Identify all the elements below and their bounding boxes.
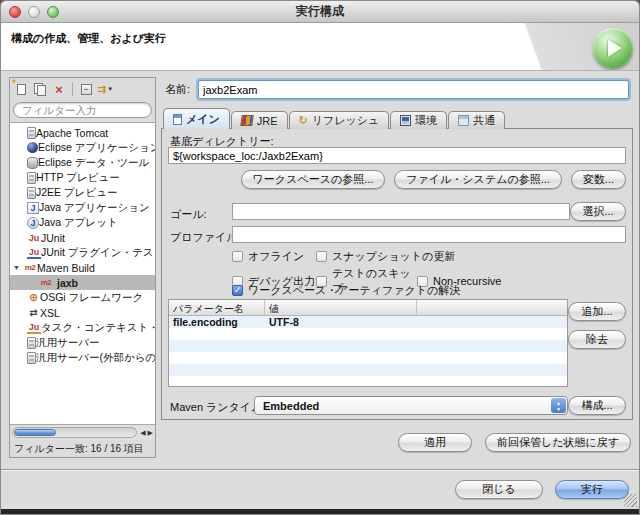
select-goals-button[interactable]: 選択... [570, 202, 626, 221]
tree-item-xsl[interactable]: ⇄XSL [10, 305, 155, 320]
delete-configuration-button[interactable]: × [51, 81, 67, 97]
tab-common[interactable]: 共通 [448, 111, 505, 129]
run-configurations-dialog: 実行構成 構成の作成、管理、および実行 * × − ⇉▼ Apache Tomc… [0, 0, 640, 515]
tree-item-junit-plugin-test[interactable]: JuJUnit プラグイン・テスト [10, 245, 155, 260]
table-row-empty[interactable] [169, 328, 567, 340]
filter-match-status: フィルター一致: 16 / 16 項目 [10, 440, 155, 457]
common-tab-icon [458, 115, 469, 126]
server-icon [27, 172, 36, 184]
maven-runtime-select[interactable]: Embedded ▲▼ [254, 396, 568, 415]
dropdown-caret-icon: ▼ [107, 86, 113, 92]
revert-button[interactable]: 前回保管した状態に戻す [485, 433, 631, 452]
configuration-editor: 名前: メイン JRE ↻リフレッシュ 環境 共通 基底ディレクトリー: ワーク… [161, 77, 633, 457]
tree-item-eclipse-data-tools[interactable]: Eclipse データ・ツール [10, 155, 155, 170]
java-applet-icon: J [27, 217, 39, 229]
new-configuration-button[interactable]: * [13, 81, 29, 97]
table-row-empty[interactable] [169, 340, 567, 352]
osgi-icon: ⊕ [27, 291, 40, 304]
table-row-empty[interactable] [169, 364, 567, 376]
filter-input[interactable] [13, 102, 152, 118]
server-icon [27, 127, 36, 139]
name-label: 名前: [165, 82, 190, 97]
junit-icon: Ju [27, 233, 41, 243]
close-window-button[interactable] [9, 6, 21, 18]
resize-grip[interactable] [624, 494, 637, 507]
add-parameter-button[interactable]: 追加... [568, 302, 626, 321]
tree-item-java-application[interactable]: JJava アプリケーション [10, 200, 155, 215]
tab-environment[interactable]: 環境 [390, 111, 447, 129]
tree-item-maven-build[interactable]: ▼m2Maven Build [10, 260, 155, 275]
maven-m2-icon: m2 [39, 278, 53, 287]
tree-item-generic-server-external[interactable]: 汎用サーバー(外部からの起動) [10, 350, 155, 365]
scroll-left-button[interactable]: ◀ [140, 429, 145, 437]
expanded-twisty-icon[interactable]: ▼ [13, 264, 23, 271]
column-value[interactable]: 値 [265, 300, 417, 315]
filter-menu-button[interactable]: ⇉▼ [97, 81, 113, 97]
offline-checkbox[interactable]: ✓オフライン [232, 249, 316, 264]
zoom-window-button[interactable] [47, 6, 59, 18]
window-bottom-edge [1, 509, 639, 514]
tree-item-apache-tomcat[interactable]: Apache Tomcat [10, 125, 155, 140]
tree-item-osgi-framework[interactable]: ⊕OSGi フレームワーク [10, 290, 155, 305]
configure-runtime-button[interactable]: 構成... [568, 396, 626, 415]
variables-button[interactable]: 変数... [571, 170, 626, 189]
name-input[interactable] [198, 80, 629, 99]
configurations-sidebar: * × − ⇉▼ Apache Tomcat Eclipse アプリケーション … [9, 77, 156, 458]
column-parameter-name[interactable]: パラメーター名 [169, 300, 265, 315]
tree-item-eclipse-application[interactable]: Eclipse アプリケーション [10, 140, 155, 155]
server-icon [27, 337, 36, 349]
goals-label: ゴール: [170, 207, 207, 222]
combo-stepper-icon[interactable]: ▲▼ [551, 398, 566, 413]
tree-item-java-applet[interactable]: JJava アプレット [10, 215, 155, 230]
maven-runtime-label: Maven ランタイム: [170, 400, 265, 415]
apply-button[interactable]: 適用 [398, 433, 472, 452]
profiles-input[interactable] [232, 226, 626, 243]
minimize-window-button[interactable] [28, 6, 40, 18]
database-icon [27, 157, 38, 169]
table-row-empty[interactable] [169, 352, 567, 364]
close-button[interactable]: 閉じる [455, 480, 543, 499]
refresh-tab-icon: ↻ [299, 115, 308, 126]
parameter-table[interactable]: パラメーター名 値 file.encoding UTF-8 [168, 299, 568, 387]
update-snapshots-checkbox[interactable]: ✓スナップショットの更新 [316, 249, 455, 264]
table-row[interactable]: file.encoding UTF-8 [169, 316, 567, 328]
task-context-icon: Ju [27, 322, 41, 334]
collapse-all-button[interactable]: − [78, 81, 94, 97]
scroll-right-button[interactable]: ▶ [148, 429, 153, 437]
tree-item-task-context-test[interactable]: Juタスク・コンテキスト・テスト [10, 320, 155, 335]
tab-jre[interactable]: JRE [231, 111, 288, 129]
tree-item-junit[interactable]: JuJUnit [10, 230, 155, 245]
server-icon [27, 352, 36, 364]
tree-item-generic-server[interactable]: 汎用サーバー [10, 335, 155, 350]
resolve-workspace-artifacts-checkbox[interactable]: ✓ワークスペース・アーティファクトの解決 [232, 283, 460, 298]
main-tab-icon [173, 114, 182, 125]
browse-filesystem-button[interactable]: ファイル・システムの参照... [394, 170, 562, 189]
tree-item-jaxb[interactable]: m2jaxb [10, 275, 155, 290]
parameter-table-header: パラメーター名 値 [169, 300, 567, 316]
duplicate-configuration-button[interactable] [32, 81, 48, 97]
browse-workspace-button[interactable]: ワークスペースの参照... [241, 170, 386, 189]
goals-input[interactable] [232, 203, 570, 220]
tree-item-j2ee-preview[interactable]: J2EE プレビュー [10, 185, 155, 200]
new-page-icon [17, 84, 26, 95]
footer-separator [1, 469, 639, 471]
run-banner-icon [593, 28, 633, 68]
tab-refresh[interactable]: ↻リフレッシュ [289, 111, 390, 129]
new-star-icon: * [12, 78, 16, 89]
dialog-subtitle: 構成の作成、管理、および実行 [11, 31, 166, 46]
java-application-icon: J [27, 202, 39, 214]
environment-tab-icon [400, 115, 411, 126]
toolbar-separator [72, 82, 73, 96]
run-button[interactable]: 実行 [555, 480, 629, 499]
configuration-tree: Apache Tomcat Eclipse アプリケーション Eclipse デ… [10, 122, 155, 425]
base-directory-input[interactable] [168, 147, 626, 164]
tab-main[interactable]: メイン [163, 108, 230, 129]
tree-item-http-preview[interactable]: HTTP プレビュー [10, 170, 155, 185]
remove-parameter-button[interactable]: 除去 [568, 330, 626, 349]
scrollbar-thumb[interactable] [14, 429, 56, 436]
xsl-icon: ⇄ [27, 307, 40, 318]
horizontal-scrollbar[interactable]: ◀▶ [10, 425, 155, 440]
table-row-empty[interactable] [169, 376, 567, 387]
maven-m2-icon: m2 [23, 263, 37, 272]
filter-icon: ⇉ [97, 83, 106, 96]
